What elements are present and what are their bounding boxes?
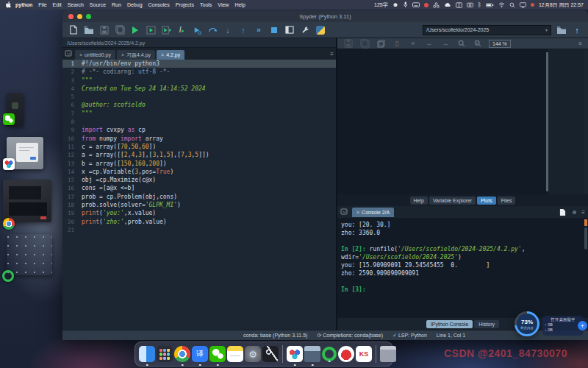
console-scrollbar[interactable]	[584, 227, 587, 250]
tab-history[interactable]: History	[474, 320, 499, 328]
dock-apple-red-icon[interactable]	[338, 346, 354, 362]
zoom-in-icon[interactable]	[456, 38, 467, 49]
dock-trash-icon[interactable]	[380, 346, 396, 362]
plots-zoom-level[interactable]: 144 %	[489, 40, 511, 48]
code-line[interactable]: 19print('you:',x.value)	[62, 209, 336, 217]
code-line[interactable]: 15obj =cp.Maximize(c@x)	[62, 176, 336, 184]
code-line[interactable]: 9import cvxpy as cp	[62, 126, 336, 134]
step-out-icon[interactable]: ↑	[238, 25, 248, 35]
browse-console-tabs-icon[interactable]	[340, 208, 349, 216]
stop-icon[interactable]	[269, 25, 279, 35]
display-icon[interactable]	[520, 2, 526, 8]
dock-translate-icon[interactable]	[192, 346, 208, 362]
ipython-console[interactable]: you: [20. 30.]zho: 3360.0In [2]: runfile…	[337, 218, 588, 318]
working-directory-combobox[interactable]: /Users/scofieldo/2024-2025 ▾	[423, 25, 551, 35]
menu-file[interactable]: File	[38, 2, 46, 7]
open-folder-icon[interactable]	[84, 25, 94, 35]
editor-tab-4.2.py[interactable]: ×4.2.py	[157, 50, 184, 60]
menu-view[interactable]: View	[218, 2, 229, 7]
code-line[interactable]: 12a = array([[2,4,3],[3,1,5],[7,3,5]])	[62, 151, 336, 159]
run-cell-advance-icon[interactable]	[161, 25, 171, 35]
code-line[interactable]: 18prob.solve(solver='GLPK_MI')	[62, 201, 336, 209]
add-button[interactable]: +	[578, 321, 587, 330]
dock-notes-icon[interactable]	[227, 346, 243, 362]
parent-directory-icon[interactable]: ↑	[572, 25, 582, 35]
desktop-assistant-widget[interactable]: 打开桌面助手 ↑ 0B ↓ 0B +	[542, 316, 584, 336]
red-dot-icon[interactable]	[531, 3, 534, 7]
close-icon[interactable]: ×	[356, 210, 359, 215]
menu-run[interactable]: Run	[112, 2, 121, 7]
code-line[interactable]: 4Created on Tue Sep 24 14:14:52 2024	[62, 85, 336, 93]
dock-finder-icon[interactable]	[139, 346, 155, 362]
close-icon[interactable]: ×	[79, 52, 82, 57]
browse-tabs-icon[interactable]	[65, 50, 74, 57]
dock-window-mini-icon[interactable]	[304, 346, 320, 362]
remove-plot-icon[interactable]: ▯	[392, 38, 402, 49]
zoom-out-icon[interactable]	[473, 38, 483, 49]
dock-wechat-icon[interactable]	[209, 346, 226, 362]
save-icon[interactable]	[99, 25, 110, 35]
close-icon[interactable]: ×	[121, 52, 124, 57]
search-icon[interactable]	[509, 2, 515, 8]
run-cell-icon[interactable]	[146, 25, 156, 35]
menu-help[interactable]: Help	[234, 2, 245, 7]
previous-plot-icon[interactable]: ←	[424, 38, 434, 49]
keyboard-icon[interactable]	[412, 2, 420, 7]
apple-menu-icon[interactable]	[5, 1, 11, 8]
layout-icon[interactable]	[456, 2, 462, 8]
dock-ks-icon[interactable]	[356, 346, 372, 362]
battery-icon[interactable]	[486, 3, 494, 7]
code-line[interactable]: 1#!/usr/bin/env python3	[62, 60, 336, 68]
menu-debug[interactable]: Debug	[127, 2, 143, 7]
menu-projects[interactable]: Projects	[176, 2, 194, 7]
code-line[interactable]: 7"""	[62, 110, 336, 118]
plots-options-icon[interactable]: ≡	[578, 40, 582, 47]
code-line[interactable]: 6@author: scofieldo	[62, 101, 336, 109]
next-plot-icon[interactable]: →	[440, 38, 451, 49]
menu-source[interactable]: Source	[90, 2, 106, 7]
tab-plots[interactable]: Plots	[477, 197, 496, 205]
step-into-icon[interactable]: ↓	[223, 25, 233, 35]
status-lsp[interactable]: ✓LSP: Python	[392, 333, 427, 339]
code-line[interactable]: 16cons =[a@x <=b]	[62, 184, 336, 192]
code-line[interactable]: 5	[62, 93, 336, 101]
new-file-icon[interactable]	[68, 25, 79, 35]
shapes-icon[interactable]	[433, 2, 440, 8]
wechat-app-icon[interactable]	[3, 113, 15, 125]
wifi-icon[interactable]	[498, 2, 505, 7]
input-method-counter[interactable]: 125字	[374, 1, 388, 9]
code-line[interactable]: 17prob = cp.Problem(obj,cons)	[62, 193, 336, 201]
code-line[interactable]: 13b = array([150,160,200])	[62, 160, 336, 168]
interrupt-kernel-icon[interactable]	[573, 210, 576, 214]
editor-tab-untitled0.py[interactable]: ×untitled0.py	[75, 50, 115, 60]
tools-wrench-icon[interactable]	[300, 25, 310, 35]
menu-clock[interactable]: 12月8日 周日 22:57	[539, 1, 584, 9]
close-icon[interactable]: ×	[161, 52, 164, 57]
save-all-icon[interactable]	[115, 25, 125, 35]
chrome-app-icon[interactable]	[3, 218, 15, 230]
tab-files[interactable]: Files	[498, 197, 516, 205]
dock-chrome-icon[interactable]	[174, 346, 190, 362]
dock-keychain-icon[interactable]	[262, 346, 279, 362]
python-env-icon[interactable]	[315, 25, 326, 35]
copy-plot-icon[interactable]	[376, 38, 386, 49]
code-line[interactable]: 8	[62, 118, 336, 126]
code-line[interactable]: 11c = array([70,50,60])	[62, 143, 336, 151]
console-options-icon[interactable]: ≡	[581, 209, 585, 216]
maximize-pane-icon[interactable]	[284, 25, 295, 35]
code-line[interactable]: 10from numpy import array	[62, 135, 336, 143]
stage-window-grid[interactable]	[7, 234, 52, 275]
dock-sunlogin-icon[interactable]	[287, 346, 303, 362]
cad-app-icon[interactable]	[3, 158, 15, 170]
stage-window-browser[interactable]	[3, 180, 51, 222]
console-tab[interactable]: × Console 2/A	[352, 208, 394, 217]
dock-settings-icon[interactable]	[245, 346, 261, 362]
tab-ipython-console[interactable]: IPython Console	[426, 320, 473, 328]
debug-icon[interactable]	[192, 25, 202, 35]
run-icon[interactable]	[130, 25, 140, 35]
continue-icon[interactable]: »	[254, 25, 264, 35]
green-ring-app-icon[interactable]	[2, 270, 14, 282]
browse-directory-icon[interactable]	[556, 25, 567, 35]
editor-tab-习题4.4.py[interactable]: ×习题4.4.py	[117, 50, 155, 60]
emoji-icon[interactable]: ☻	[392, 1, 398, 8]
